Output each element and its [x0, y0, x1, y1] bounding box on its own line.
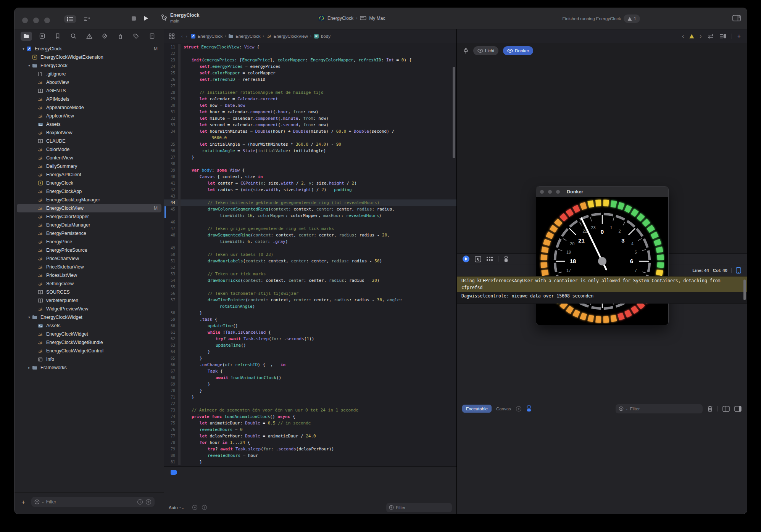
code-line-68[interactable]: 68await loadAnimationClock() [164, 374, 456, 381]
code-line-wrap[interactable]: 3600.0 [164, 135, 456, 141]
code-line-41[interactable]: 41let center = CGPoint(x: size.width / 2… [164, 180, 456, 186]
tree-item-WidgetPreviewView[interactable]: WidgetPreviewView [17, 305, 161, 313]
tree-item-Assets[interactable]: Assets [17, 321, 161, 330]
navigator-tab-tests[interactable] [99, 32, 111, 41]
editor-options-icon[interactable] [719, 34, 726, 39]
code-line-60[interactable]: 60updateTime() [164, 323, 456, 329]
code-line-wrap[interactable]: lineWidth: 6, color: .gray) [164, 238, 456, 245]
breakpoint-indicator[interactable] [171, 470, 177, 475]
code-line-42[interactable]: 42let radius = (min(size.width, size.hei… [164, 186, 456, 193]
code-line-53[interactable]: 53// Teken uur tick marks [164, 271, 456, 277]
code-line-76[interactable]: 76revealedHours = 0 [164, 426, 456, 433]
tree-item-SettingsView[interactable]: SettingsView [17, 280, 161, 288]
code-line-37[interactable]: 37} [164, 154, 456, 161]
tree-item-PriceSidebarView[interactable]: PriceSidebarView [17, 263, 161, 271]
tree-item-EnergyClockWidgetControl[interactable]: EnergyClockWidgetControl [17, 347, 161, 355]
tree-item-EnergyClockWidget[interactable]: EnergyClockWidget [17, 330, 161, 338]
code-line-50[interactable]: 50// Teken uur labels (0-23) [164, 251, 456, 258]
navigator-style-button[interactable] [64, 15, 76, 23]
code-line-44[interactable]: 44// Teken buitenste gekleurde gesegment… [164, 199, 456, 206]
tree-item-EnergyClock[interactable]: ▾EnergyClock [17, 61, 161, 70]
issues-indicator[interactable]: 1 [624, 14, 640, 23]
code-line-33[interactable]: 33let second = calendar.component(.secon… [164, 122, 456, 128]
code-line-63[interactable]: 63updateTime() [164, 342, 456, 349]
tree-item-EnergyPriceSource[interactable]: EnergyPriceSource [17, 246, 161, 254]
tree-item-ColorMode[interactable]: ColorMode [17, 145, 161, 154]
code-line-73[interactable]: 73// Animeer de segmenten één voor één v… [164, 407, 456, 413]
code-line-48[interactable]: 48drawSegmentedRing(context: context, ce… [164, 232, 456, 238]
tree-item-verbeterpunten[interactable]: verbeterpunten [17, 296, 161, 305]
tree-item-Info[interactable]: Info [17, 355, 161, 363]
info-icon[interactable] [202, 505, 207, 510]
code-line-24[interactable]: 24self.energyPrices = energyPrices [164, 63, 456, 70]
tree-item-EnergyClock[interactable]: EnergyClock [17, 179, 161, 187]
code-line-67[interactable]: 67Task { [164, 368, 456, 374]
code-line-70[interactable]: 70} [164, 387, 456, 394]
code-line-40[interactable]: 40Canvas { context, size in [164, 174, 456, 180]
code-line-74[interactable]: 74private func loadAnimationClock() asyn… [164, 413, 456, 420]
scheme-selector[interactable]: EnergyClock › My Mac [318, 15, 385, 21]
code-line-58[interactable]: 58} [164, 310, 456, 316]
run-button[interactable] [143, 15, 148, 21]
navigator-filter-field[interactable]: ⌄ Filter [31, 497, 155, 507]
tree-item-EnergyClockApp[interactable]: EnergyClockApp [17, 187, 161, 196]
code-line-54[interactable]: 54drawHourTicks(context: context, center… [164, 277, 456, 284]
light-mode-button[interactable]: Licht [473, 46, 498, 55]
scm-filter-icon[interactable] [145, 499, 152, 505]
recent-files-icon[interactable] [137, 499, 143, 505]
console-entry[interactable]: Using kCFPreferencesAnyUser with a conta… [457, 276, 747, 292]
add-editor-button[interactable]: + [737, 33, 741, 40]
code-line-65[interactable]: 65} [164, 355, 456, 362]
code-line-27[interactable]: 27 [164, 83, 456, 89]
code-line-25[interactable]: 25self.colorMapper = colorMapper [164, 70, 456, 76]
executable-scope-button[interactable]: Executable [462, 405, 492, 413]
device-preview-icon[interactable] [735, 267, 742, 274]
tree-item-.gitignore[interactable]: .gitignore [17, 70, 161, 78]
toggle-inspector-button[interactable] [732, 15, 741, 21]
code-line-31[interactable]: 31let hour = calendar.component(.hour, f… [164, 109, 456, 115]
tree-item-EnergyClockLogManager[interactable]: EnergyClockLogManager [17, 196, 161, 204]
disclosure-chevron-icon[interactable]: ▸ [26, 366, 32, 370]
close-window-button[interactable] [22, 18, 28, 23]
flame-filter-icon[interactable] [192, 505, 198, 510]
hide-variables-view-button[interactable] [722, 406, 730, 412]
code-line-79[interactable]: 79try? await Task.sleep(for: .seconds(de… [164, 446, 456, 452]
tree-item-EnergyPersistence[interactable]: EnergyPersistence [17, 229, 161, 238]
warning-triangle-icon[interactable] [689, 34, 694, 39]
scm-status[interactable]: EnergyClock main [161, 13, 199, 24]
tree-item-EnergyClock[interactable]: ▾EnergyClockM [17, 45, 161, 53]
console-scrollbar[interactable] [743, 280, 746, 300]
code-line-57[interactable]: 57drawTimePointer(context: context, cent… [164, 297, 456, 303]
code-line-34[interactable]: 34let hourWithMinutes = Double(hour) + D… [164, 128, 456, 135]
tree-item-PricesListView[interactable]: PricesListView [17, 271, 161, 280]
code-editor[interactable]: 11struct EnergyClockView: View {2223init… [164, 43, 456, 466]
console-filter-field[interactable]: ⌄ Filter [616, 404, 703, 413]
breadcrumb-item-body[interactable]: Pbody [314, 34, 331, 39]
console-entry[interactable]: Dagwisselcontrole: nieuwe data over 1560… [457, 292, 747, 300]
minimize-window-button[interactable] [33, 18, 39, 23]
trash-icon[interactable] [707, 405, 713, 412]
code-line-22[interactable]: 22 [164, 50, 456, 57]
tree-item-ContentView[interactable]: ContentView [17, 154, 161, 162]
tree-item-SOURCES[interactable]: SOURCES [17, 288, 161, 296]
code-line-35[interactable]: 35let initialAngle = (hourWithMinutes * … [164, 141, 456, 148]
tree-item-Assets[interactable]: Assets [17, 120, 161, 129]
code-line-29[interactable]: 29let calendar = Calendar.current [164, 96, 456, 102]
tree-item-AppearanceMode[interactable]: AppearanceMode [17, 103, 161, 112]
target-filter-icon[interactable] [516, 406, 522, 412]
navigator-tab-bookmark[interactable] [52, 32, 63, 41]
tree-item-PriceChartView[interactable]: PriceChartView [17, 254, 161, 263]
tree-item-EnergyPrice[interactable]: EnergyPrice [17, 238, 161, 246]
tree-item-CLAUDE[interactable]: CLAUDE [17, 137, 161, 145]
code-line-62[interactable]: 62try? await Task.sleep(for: .seconds(1)… [164, 336, 456, 342]
navigator-tab-reports[interactable] [146, 32, 158, 41]
code-line-46[interactable]: 46 [164, 219, 456, 225]
navigator-tab-vcs[interactable] [36, 32, 48, 41]
code-line-26[interactable]: 26self.refreshID = refreshID [164, 76, 456, 83]
add-file-button[interactable]: + [21, 498, 25, 506]
code-line-43[interactable]: 43 [164, 193, 456, 199]
device-settings-button[interactable] [503, 256, 509, 262]
code-line-78[interactable]: 78for hour in 1...24 { [164, 439, 456, 446]
code-line-81[interactable]: 81} [164, 459, 456, 465]
tree-item-AppIconView[interactable]: AppIconView [17, 112, 161, 120]
